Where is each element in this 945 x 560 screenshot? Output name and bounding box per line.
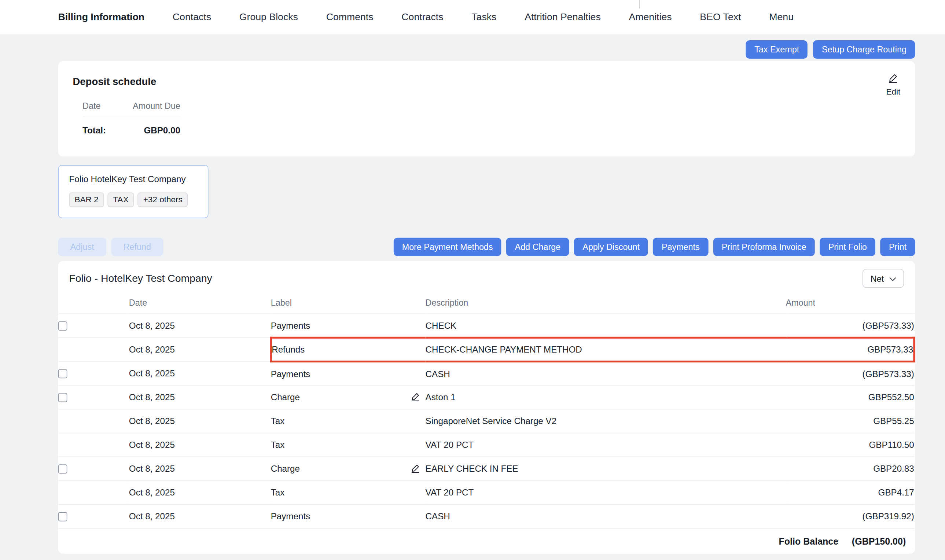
tab-amenities[interactable]: Amenities xyxy=(629,12,671,23)
apply-discount-button[interactable]: Apply Discount xyxy=(574,238,648,256)
row-amount: (GBP573.33) xyxy=(786,314,914,337)
row-amount: (GBP573.33) xyxy=(786,362,914,385)
row-date: Oct 8, 2025 xyxy=(129,314,271,337)
row-description: VAT 20 PCT xyxy=(426,433,786,457)
tab-billing-information[interactable]: Billing Information xyxy=(58,12,145,23)
row-amount: GBP4.17 xyxy=(786,480,914,504)
deposit-col-amount-due: Amount Due xyxy=(124,101,180,111)
deposit-col-date: Date xyxy=(83,101,124,111)
row-description: EARLY CHECK IN FEE xyxy=(426,464,518,474)
net-filter-dropdown[interactable]: Net xyxy=(862,269,904,288)
row-checkbox[interactable] xyxy=(58,322,67,331)
column-header-checkbox xyxy=(58,291,129,314)
setup-charge-routing-button[interactable]: Setup Charge Routing xyxy=(813,40,915,58)
row-amount: GBP20.83 xyxy=(786,457,914,480)
row-description: SingaporeNet Service Charge V2 xyxy=(426,409,786,433)
print-proforma-invoice-button[interactable]: Print Proforma Invoice xyxy=(713,238,815,256)
edit-charge-icon[interactable] xyxy=(411,464,420,473)
row-checkbox[interactable] xyxy=(58,393,67,402)
row-date: Oct 8, 2025 xyxy=(129,385,271,409)
row-label: Payments xyxy=(271,505,426,528)
tab-beo-text[interactable]: BEO Text xyxy=(700,12,741,23)
row-label: Refunds xyxy=(271,337,426,362)
folio-balance-value: (GBP150.00) xyxy=(852,536,906,546)
folio-balance-row: Folio Balance (GBP150.00) xyxy=(58,528,915,554)
tag-tax[interactable]: TAX xyxy=(108,192,134,207)
row-date: Oct 8, 2025 xyxy=(129,337,271,362)
page: Billing Information Contacts Group Block… xyxy=(0,0,945,560)
row-description: Aston 1 xyxy=(426,392,456,402)
column-header-description: Description xyxy=(426,291,786,314)
refund-button[interactable]: Refund xyxy=(111,238,163,256)
table-row: Oct 8, 2025 Tax SingaporeNet Service Cha… xyxy=(58,409,914,433)
row-label: Payments xyxy=(271,362,426,385)
row-label: Charge xyxy=(271,385,426,409)
folio-table-header: Folio - HotelKey Test Company Net xyxy=(58,261,915,288)
deposit-schedule-card: Deposit schedule Edit Date Amount Due To… xyxy=(58,61,915,157)
deposit-total-row: Total: GBP0.00 xyxy=(83,117,180,135)
row-amount: GBP55.25 xyxy=(786,409,914,433)
row-label: Charge xyxy=(271,457,426,480)
column-header-label: Label xyxy=(271,291,426,314)
deposit-edit-label: Edit xyxy=(886,87,900,96)
tab-menu[interactable]: Menu xyxy=(769,12,794,23)
row-label: Tax xyxy=(271,480,426,504)
folio-table-title: Folio - HotelKey Test Company xyxy=(69,272,212,285)
table-row-highlighted: Oct 8, 2025 Refunds CHECK-CHANGE PAYMENT… xyxy=(58,337,914,362)
row-checkbox[interactable] xyxy=(58,465,67,474)
row-date: Oct 8, 2025 xyxy=(129,457,271,480)
tax-exempt-button[interactable]: Tax Exempt xyxy=(746,40,808,58)
row-label: Tax xyxy=(271,409,426,433)
table-row: Oct 8, 2025 Payments CHECK (GBP573.33) xyxy=(58,314,914,337)
row-date: Oct 8, 2025 xyxy=(129,433,271,457)
row-checkbox[interactable] xyxy=(58,369,67,378)
row-checkbox[interactable] xyxy=(58,512,67,522)
deposit-edit-button[interactable]: Edit xyxy=(886,73,900,96)
table-row: Oct 8, 2025 Charge Aston 1 xyxy=(58,385,914,409)
row-amount: GBP552.50 xyxy=(786,385,914,409)
deposit-total-value: GBP0.00 xyxy=(124,125,180,135)
row-label: Payments xyxy=(271,314,426,337)
table-row: Oct 8, 2025 Payments CASH (GBP319.92) xyxy=(58,505,914,528)
row-date: Oct 8, 2025 xyxy=(129,362,271,385)
folio-balance-label: Folio Balance xyxy=(779,536,839,546)
print-button[interactable]: Print xyxy=(880,238,915,256)
row-description: CASH xyxy=(426,505,786,528)
tab-contacts[interactable]: Contacts xyxy=(172,12,211,23)
left-actions: Adjust Refund xyxy=(58,238,163,256)
table-row: Oct 8, 2025 Tax VAT 20 PCT GBP4.17 xyxy=(58,480,914,504)
pencil-icon xyxy=(888,73,898,85)
header-actions: Tax Exempt Setup Charge Routing xyxy=(0,40,915,58)
folio-tags: BAR 2 TAX +32 others xyxy=(69,192,199,207)
more-payment-methods-button[interactable]: More Payment Methods xyxy=(393,238,502,256)
print-folio-button[interactable]: Print Folio xyxy=(820,238,875,256)
folio-chip-card-title: Folio HotelKey Test Company xyxy=(69,174,199,184)
folio-chip-card: Folio HotelKey Test Company BAR 2 TAX +3… xyxy=(58,165,208,218)
tab-attrition-penalties[interactable]: Attrition Penalties xyxy=(525,12,601,23)
folio-table-card: Folio - HotelKey Test Company Net Date L… xyxy=(58,261,915,554)
tag-more-others[interactable]: +32 others xyxy=(138,192,188,207)
folio-actions-row: Adjust Refund More Payment Methods Add C… xyxy=(58,238,915,256)
tab-contracts[interactable]: Contracts xyxy=(402,12,443,23)
net-filter-value: Net xyxy=(871,274,884,283)
tab-comments[interactable]: Comments xyxy=(326,12,374,23)
row-amount: (GBP319.92) xyxy=(786,505,914,528)
chevron-down-icon xyxy=(889,274,896,283)
tabbar-divider xyxy=(639,0,640,8)
payments-button[interactable]: Payments xyxy=(653,238,708,256)
row-description: VAT 20 PCT xyxy=(426,480,786,504)
right-actions: More Payment Methods Add Charge Apply Di… xyxy=(393,238,915,256)
tag-bar-2[interactable]: BAR 2 xyxy=(69,192,104,207)
add-charge-button[interactable]: Add Charge xyxy=(506,238,569,256)
edit-charge-icon[interactable] xyxy=(411,392,420,401)
folio-table-column-headers: Date Label Description Amount xyxy=(58,291,914,314)
table-row: Oct 8, 2025 Charge EARLY CHECK IN FEE xyxy=(58,457,914,480)
adjust-button[interactable]: Adjust xyxy=(58,238,106,256)
table-row: Oct 8, 2025 Tax VAT 20 PCT GBP110.50 xyxy=(58,433,914,457)
deposit-total-label: Total: xyxy=(83,125,124,135)
row-label: Tax xyxy=(271,433,426,457)
row-amount: GBP110.50 xyxy=(786,433,914,457)
row-amount: GBP573.33 xyxy=(786,337,914,362)
tab-group-blocks[interactable]: Group Blocks xyxy=(239,12,298,23)
tab-tasks[interactable]: Tasks xyxy=(471,12,496,23)
